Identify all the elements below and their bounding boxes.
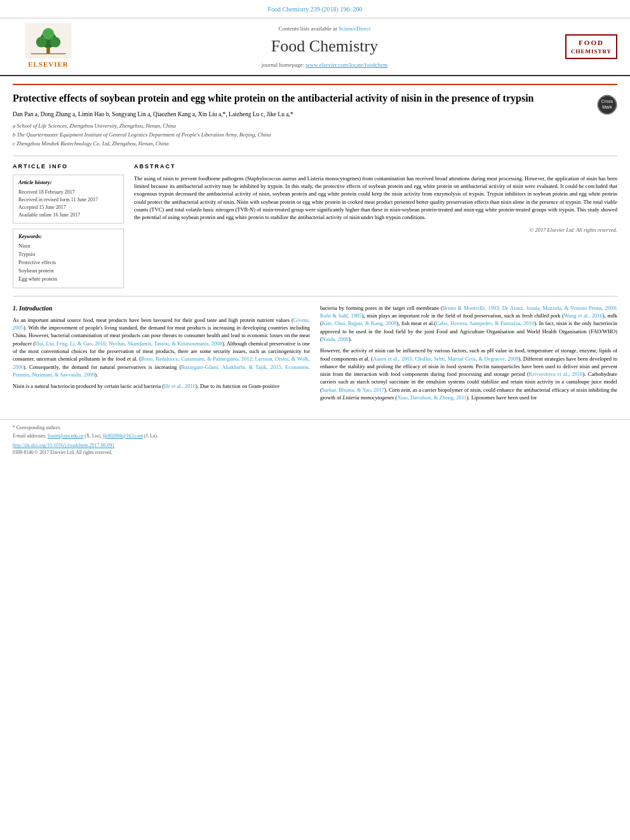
- page: Food Chemistry 239 (2018) 196–200: [0, 0, 630, 840]
- body-section: 1. Introduction As an important animal s…: [13, 304, 617, 406]
- journal-homepage: journal homepage: www.elsevier.com/locat…: [93, 61, 556, 69]
- keyword-5: Egg white protein: [18, 276, 118, 283]
- svg-text:Mark: Mark: [602, 105, 612, 109]
- history-title: Article history:: [18, 179, 118, 187]
- svg-text:Cross: Cross: [601, 99, 613, 103]
- journal-header-center: Contents lists available at ScienceDirec…: [93, 25, 556, 69]
- ref-aasen: Aasen et al., 2003; Chollet, Sebti, Mart…: [373, 356, 518, 362]
- affiliation-c: c Zhengzhou Mindtek Biotechnology Co. Lt…: [13, 140, 592, 148]
- ref-naidu: Naidu, 2000: [322, 336, 349, 342]
- email-link-lu[interactable]: ljk002004@163.com: [103, 433, 143, 439]
- doi-line: http://dx.doi.org/10.1016/j.foodchem.201…: [13, 442, 617, 449]
- elsevier-logo: ELSEVIER: [10, 23, 86, 69]
- footer: * Corresponding authors. E-mail addresse…: [0, 419, 630, 462]
- ref-hui: Hui, Liu, Feng, Li, & Gao, 2016; Nychas,…: [35, 340, 222, 347]
- article-info-heading: ARTICLE INFO: [13, 163, 124, 171]
- available-date: Available online 16 June 2017: [18, 211, 118, 218]
- authors-text: Dan Pan a, Dong Zhang a, Limin Hao b, So…: [13, 111, 293, 117]
- ref-wang: Wang et al., 2016: [564, 312, 603, 319]
- copyright-line: © 2017 Elsevier Ltd. All rights reserved…: [134, 227, 617, 234]
- elsevier-logo-area: ELSEVIER: [10, 23, 86, 69]
- ref-sarkar: Sarkar, Bhunia, & Yao, 2017: [322, 387, 384, 393]
- ref-bazargani: Bazargani-Gilani, Aliakbarlu, & Tajik, 2…: [13, 364, 310, 378]
- article-info-abstract: ARTICLE INFO Article history: Received 1…: [13, 163, 617, 297]
- received-revised-date: Received in revised form 11 June 2017: [18, 196, 118, 203]
- journal-reference: Food Chemistry 239 (2018) 196–200: [268, 6, 363, 13]
- article-info-col: ARTICLE INFO Article history: Received 1…: [13, 163, 124, 288]
- ref-he: He et al., 2016: [164, 383, 196, 389]
- article-content: Protective effects of soybean protein an…: [0, 76, 630, 413]
- accepted-date: Accepted 15 June 2017: [18, 204, 118, 211]
- journal-badge-area: FOOD CHEMISTRY: [563, 34, 620, 60]
- sciencedirect-link[interactable]: ScienceDirect: [338, 25, 370, 32]
- abstract-heading: ABSTRACT: [134, 163, 617, 171]
- ref-givens: Givens, 2005: [13, 317, 310, 331]
- top-bar: Food Chemistry 239 (2018) 196–200: [0, 0, 630, 18]
- body-para-2: Nisin is a natural bacteriocin produced …: [13, 382, 310, 390]
- food-chemistry-badge: FOOD CHEMISTRY: [565, 34, 617, 60]
- issn-copyright: 0308-8146/© 2017 Elsevier Ltd. All right…: [13, 450, 617, 457]
- keywords-box: Keywords: Nisin Trypsin Protective effec…: [13, 229, 124, 288]
- body-para-3: bacteria by forming pores in the target …: [320, 304, 617, 343]
- body-para-4: However, the activity of nisin can be in…: [320, 347, 617, 401]
- body-col-right: bacteria by forming pores in the target …: [320, 304, 617, 406]
- received-date: Received 18 February 2017: [18, 189, 118, 196]
- keyword-2: Trypsin: [18, 251, 118, 258]
- journal-title: Food Chemistry: [93, 35, 556, 58]
- abstract-col: ABSTRACT The using of nisin to prevent f…: [134, 163, 617, 288]
- keywords-title: Keywords:: [18, 233, 118, 241]
- article-title-text: Protective effects of soybean protein an…: [13, 91, 592, 149]
- section1-title: 1. Introduction: [13, 304, 310, 313]
- crossmark-area: Cross Mark: [592, 91, 617, 115]
- keyword-4: Soybean protein: [18, 267, 118, 275]
- keyword-3: Protective effects: [18, 259, 118, 267]
- homepage-link[interactable]: www.elsevier.com/locate/foodchem: [305, 62, 387, 68]
- affiliation-b: b The Quartermaster Equipment Institute …: [13, 131, 592, 139]
- email-addresses: E-mail addresses: liuxin@zzu.edu.cn (X. …: [13, 433, 617, 440]
- red-divider: [13, 84, 617, 85]
- journal-header: ELSEVIER Contents lists available at Sci…: [0, 18, 630, 76]
- ref-xiao: Xiao, Davidson, & Zhong, 2011: [397, 394, 466, 401]
- article-title: Protective effects of soybean protein an…: [13, 91, 592, 105]
- ref-kim: Kim, Choi, Bajpai, & Kang, 2008: [322, 320, 397, 326]
- authors-line: Dan Pan a, Dong Zhang a, Limin Hao b, So…: [13, 110, 592, 119]
- badge-chemistry-text: CHEMISTRY: [570, 48, 613, 56]
- body-para-1: As an important animal source food, meat…: [13, 316, 310, 379]
- sciencedirect-line: Contents lists available at ScienceDirec…: [93, 25, 556, 33]
- crossmark-icon: Cross Mark: [597, 95, 617, 115]
- body-col-left: 1. Introduction As an important animal s…: [13, 304, 310, 406]
- elsevier-brand-text: ELSEVIER: [28, 60, 69, 69]
- doi-link[interactable]: http://dx.doi.org/10.1016/j.foodchem.201…: [13, 443, 115, 448]
- svg-point-5: [43, 29, 54, 40]
- article-title-section: Protective effects of soybean protein an…: [13, 91, 617, 156]
- article-history-box: Article history: Received 18 February 20…: [13, 175, 124, 224]
- badge-food-text: FOOD: [570, 38, 613, 48]
- abstract-text: The using of nisin to prevent foodborne …: [134, 175, 617, 222]
- email-link-liu[interactable]: liuxin@zzu.edu.cn: [48, 433, 83, 439]
- ref-krivorotova: Krivorotova et al., 2016: [529, 371, 583, 377]
- contents-available-text: Contents lists available at: [279, 25, 337, 32]
- keyword-1: Nisin: [18, 243, 118, 250]
- affiliations: a School of Life Sciences, Zhengzhou Uni…: [13, 123, 592, 148]
- elsevier-tree-icon: [23, 23, 74, 58]
- ref-cabo: Cabo, Herrera, Sampedro, & Pastoriza, 20…: [436, 320, 534, 326]
- affiliation-a: a School of Life Sciences, Zhengzhou Uni…: [13, 123, 592, 130]
- corresponding-authors-note: * Corresponding authors.: [13, 425, 617, 432]
